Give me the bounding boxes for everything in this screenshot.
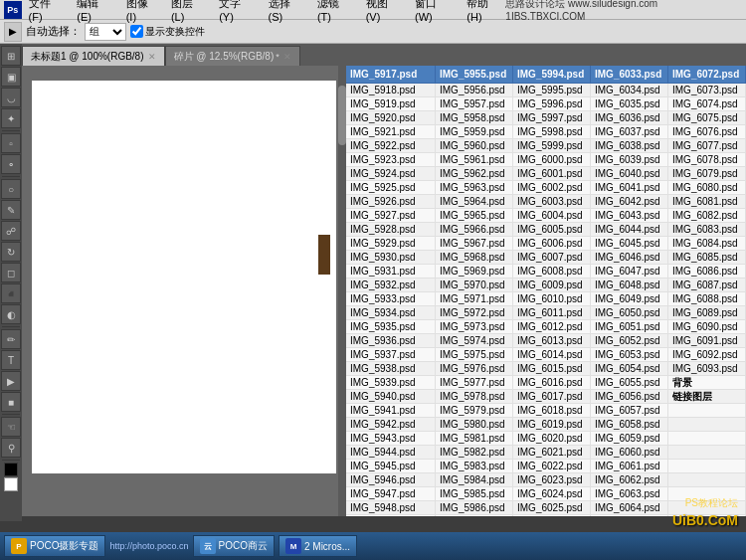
taskbar-poco-btn[interactable]: 云 POCO商云 — [193, 535, 275, 557]
tab-close-untitled[interactable]: ✕ — [148, 52, 156, 62]
menu-bar: Ps 文件(F) 编辑(E) 图像(I) 图层(L) 文字(Y) 选择(S) 滤… — [0, 0, 746, 20]
menu-select[interactable]: 选择(S) — [266, 0, 306, 23]
file-cell: IMG_5934.psd — [346, 306, 436, 319]
tab-fragment[interactable]: 碎片 @ 12.5%(RGB/8) * ✕ — [165, 46, 300, 66]
background-color[interactable] — [4, 477, 18, 491]
options-toolbar: ▶ 自动选择： 组 图层 显示变换控件 — [0, 20, 746, 44]
hand-tool[interactable]: ☜ — [1, 417, 21, 437]
color-swatch — [318, 235, 330, 275]
table-row[interactable]: IMG_5928.psdIMG_5966.psdIMG_6005.psdIMG_… — [346, 223, 746, 237]
auto-select-dropdown[interactable]: 组 图层 — [85, 23, 126, 41]
file-cell — [668, 515, 746, 516]
table-row[interactable]: IMG_5948.psdIMG_5986.psdIMG_6025.psdIMG_… — [346, 501, 746, 515]
table-row[interactable]: IMG_5930.psdIMG_5968.psdIMG_6007.psdIMG_… — [346, 251, 746, 265]
table-row[interactable]: IMG_5926.psdIMG_5964.psdIMG_6003.psdIMG_… — [346, 195, 746, 209]
path-select-tool[interactable]: ▶ — [1, 371, 21, 391]
zoom-tool[interactable]: ⚲ — [1, 438, 21, 458]
file-cell: IMG_6093.psd — [668, 362, 746, 375]
table-row[interactable]: IMG_5943.psdIMG_5981.psdIMG_6020.psdIMG_… — [346, 432, 746, 446]
menu-filter[interactable]: 滤镜(T) — [314, 0, 355, 23]
file-cell — [668, 487, 746, 500]
file-cell: IMG_6059.psd — [591, 432, 668, 445]
canvas-vscroll-thumb[interactable] — [338, 86, 346, 145]
gradient-tool[interactable]: ◾ — [1, 283, 21, 303]
table-row[interactable]: IMG_5940.psdIMG_5978.psdIMG_6017.psdIMG_… — [346, 390, 746, 404]
shape-tool[interactable]: ■ — [1, 392, 21, 412]
menu-edit[interactable]: 编辑(E) — [74, 0, 114, 23]
file-cell: IMG_5997.psd — [513, 111, 591, 124]
table-row[interactable]: IMG_5934.psdIMG_5972.psdIMG_6011.psdIMG_… — [346, 306, 746, 320]
file-cell: IMG_6038.psd — [591, 139, 668, 152]
table-row[interactable]: IMG_5938.psdIMG_5976.psdIMG_6015.psdIMG_… — [346, 362, 746, 376]
file-cell: IMG_5945.psd — [346, 460, 436, 472]
site-label: 思路设计论坛 www.siludesign.com — [505, 0, 657, 9]
table-row[interactable]: IMG_5919.psdIMG_5957.psdIMG_5996.psdIMG_… — [346, 97, 746, 111]
canvas-vscroll[interactable] — [338, 66, 346, 516]
file-cell: IMG_6035.psd — [591, 97, 668, 110]
arrow-icon[interactable]: ▶ — [4, 22, 22, 42]
file-cell: IMG_6052.psd — [591, 334, 668, 347]
marquee-tool[interactable]: ▣ — [1, 67, 21, 87]
file-cell: IMG_6050.psd — [591, 306, 668, 319]
table-row[interactable]: IMG_5924.psdIMG_5962.psdIMG_6001.psdIMG_… — [346, 167, 746, 181]
table-row[interactable]: IMG_5937.psdIMG_5975.psdIMG_6014.psdIMG_… — [346, 348, 746, 362]
file-cell: IMG_5921.psd — [346, 125, 436, 138]
dodge-tool[interactable]: ◐ — [1, 304, 21, 324]
menu-help[interactable]: 帮助(H) — [464, 0, 505, 23]
separator3 — [2, 326, 20, 327]
table-row[interactable]: IMG_5931.psdIMG_5969.psdIMG_6008.psdIMG_… — [346, 265, 746, 279]
table-row[interactable]: IMG_5933.psdIMG_5971.psdIMG_6010.psdIMG_… — [346, 292, 746, 306]
separator4 — [2, 414, 20, 415]
menu-layer[interactable]: 图层(L) — [168, 0, 208, 23]
table-row[interactable]: IMG_5929.psdIMG_5967.psdIMG_6006.psdIMG_… — [346, 237, 746, 251]
table-row[interactable]: IMG_5927.psdIMG_5965.psdIMG_6004.psdIMG_… — [346, 209, 746, 223]
menu-window[interactable]: 窗口(W) — [412, 0, 456, 23]
file-cell: IMG_5963.psd — [436, 181, 513, 194]
menu-view[interactable]: 视图(V) — [363, 0, 404, 23]
taskbar: P POCO摄影专题 http://photo.poco.cn 云 POCO商云… — [0, 532, 746, 560]
heal-tool[interactable]: ○ — [1, 179, 21, 199]
crop-tool[interactable]: ▫ — [1, 133, 21, 153]
file-cell: IMG_5949.psd — [346, 515, 436, 516]
eraser-tool[interactable]: ◻ — [1, 263, 21, 282]
table-row[interactable]: IMG_5946.psdIMG_5984.psdIMG_6023.psdIMG_… — [346, 473, 746, 487]
table-row[interactable]: IMG_5921.psdIMG_5959.psdIMG_5998.psdIMG_… — [346, 125, 746, 139]
table-row[interactable]: IMG_5922.psdIMG_5960.psdIMG_5999.psdIMG_… — [346, 139, 746, 153]
type-tool[interactable]: T — [1, 350, 21, 370]
table-row[interactable]: IMG_5942.psdIMG_5980.psdIMG_6019.psdIMG_… — [346, 418, 746, 432]
table-row[interactable]: IMG_5918.psdIMG_5956.psdIMG_5995.psdIMG_… — [346, 84, 746, 97]
file-cell: IMG_6079.psd — [668, 167, 746, 180]
table-row[interactable]: IMG_5932.psdIMG_5970.psdIMG_6009.psdIMG_… — [346, 279, 746, 292]
move-tool[interactable]: ⊞ — [1, 46, 21, 66]
lasso-tool[interactable]: ◡ — [1, 88, 21, 107]
table-row[interactable]: IMG_5935.psdIMG_5973.psdIMG_6012.psdIMG_… — [346, 320, 746, 334]
file-cell — [668, 473, 746, 486]
table-row[interactable]: IMG_5936.psdIMG_5974.psdIMG_6013.psdIMG_… — [346, 334, 746, 348]
menu-text[interactable]: 文字(Y) — [216, 0, 257, 23]
table-row[interactable]: IMG_5949.psdIMG_5987.psdIMG_6026.psdIMG_… — [346, 515, 746, 516]
file-cell — [668, 404, 746, 417]
brush-tool[interactable]: ✎ — [1, 200, 21, 220]
eyedropper-tool[interactable]: ⚬ — [1, 154, 21, 174]
show-transform-checkbox[interactable] — [130, 25, 143, 38]
menu-file[interactable]: 文件(F) — [26, 0, 67, 23]
table-row[interactable]: IMG_5945.psdIMG_5983.psdIMG_6022.psdIMG_… — [346, 460, 746, 473]
taskbar-ms-btn[interactable]: M 2 Micros... — [279, 535, 357, 557]
clone-tool[interactable]: ☍ — [1, 221, 21, 241]
table-row[interactable]: IMG_5939.psdIMG_5977.psdIMG_6016.psdIMG_… — [346, 376, 746, 390]
table-row[interactable]: IMG_5925.psdIMG_5963.psdIMG_6002.psdIMG_… — [346, 181, 746, 195]
table-row[interactable]: IMG_5923.psdIMG_5961.psdIMG_6000.psdIMG_… — [346, 153, 746, 167]
tab-untitled[interactable]: 未标题1 @ 100%(RGB/8) ✕ — [22, 46, 165, 66]
table-row[interactable]: IMG_5944.psdIMG_5982.psdIMG_6021.psdIMG_… — [346, 446, 746, 460]
tab-close-fragment[interactable]: ✕ — [283, 52, 291, 62]
pen-tool[interactable]: ✏ — [1, 329, 21, 349]
table-row[interactable]: IMG_5947.psdIMG_5985.psdIMG_6024.psdIMG_… — [346, 487, 746, 501]
taskbar-start[interactable]: P POCO摄影专题 — [4, 535, 105, 557]
file-cell: IMG_6065.psd — [591, 515, 668, 516]
foreground-color[interactable] — [4, 463, 18, 476]
table-row[interactable]: IMG_5941.psdIMG_5979.psdIMG_6018.psdIMG_… — [346, 404, 746, 418]
magic-wand-tool[interactable]: ✦ — [1, 108, 21, 128]
history-tool[interactable]: ↻ — [1, 242, 21, 262]
table-row[interactable]: IMG_5920.psdIMG_5958.psdIMG_5997.psdIMG_… — [346, 111, 746, 125]
menu-image[interactable]: 图像(I) — [123, 0, 160, 23]
